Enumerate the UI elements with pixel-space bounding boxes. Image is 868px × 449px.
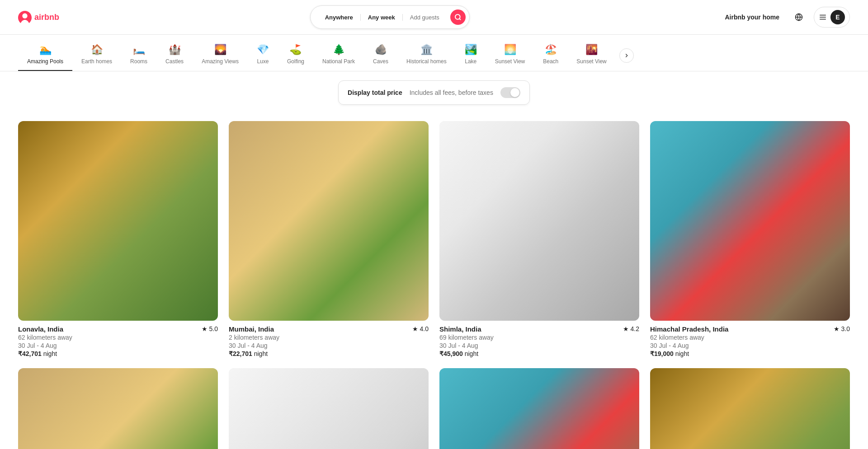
price-label: Display total price xyxy=(348,89,402,96)
listing-image-5 xyxy=(18,368,218,449)
language-button[interactable] xyxy=(791,9,807,25)
search-button[interactable] xyxy=(450,9,466,25)
category-item-earth-homes[interactable]: 🏠 Earth homes xyxy=(72,40,121,71)
listing-location-2: Mumbai, India xyxy=(229,325,279,333)
category-icon-caves: 🪨 xyxy=(375,44,387,56)
category-item-amazing-pools[interactable]: 🏊 Amazing Pools xyxy=(18,40,72,71)
listing-image-3 xyxy=(439,121,639,321)
category-label-beach: Beach xyxy=(543,58,558,65)
listing-card-3[interactable]: Shimla, India 69 kilometers away 30 Jul … xyxy=(439,121,639,357)
category-label-castles: Castles xyxy=(165,58,184,65)
category-nav: 🏊 Amazing Pools 🏠 Earth homes 🛏️ Rooms 🏰… xyxy=(0,35,868,71)
rating-value-3: 4.2 xyxy=(631,325,639,332)
category-icon-historical-homes: 🏛️ xyxy=(420,44,433,56)
listing-info-3: Shimla, India 69 kilometers away 30 Jul … xyxy=(439,325,639,357)
category-icon-sunset-view2: 🌇 xyxy=(585,44,598,56)
listing-card-6[interactable]: Shimla, India 69 kilometers away 30 Jul … xyxy=(229,368,429,449)
category-item-amazing-views[interactable]: 🌄 Amazing Views xyxy=(193,40,248,71)
category-item-beach[interactable]: 🏖️ Beach xyxy=(534,40,567,71)
price-banner: Display total price Includes all fees, b… xyxy=(0,71,868,114)
category-label-golfing: Golfing xyxy=(287,58,304,65)
listing-distance-2: 2 kilometers away xyxy=(229,334,279,341)
category-item-golfing[interactable]: ⛳ Golfing xyxy=(278,40,313,71)
listing-location-3: Shimla, India xyxy=(439,325,494,333)
listing-location-1: Lonavla, India xyxy=(18,325,72,333)
user-menu[interactable]: E xyxy=(814,7,850,28)
location-segment[interactable]: Anywhere xyxy=(318,14,361,21)
category-icon-lake: 🏞️ xyxy=(465,44,477,56)
category-item-historical-homes[interactable]: 🏛️ Historical homes xyxy=(397,40,456,71)
category-label-caves: Caves xyxy=(373,58,388,65)
listing-card-4[interactable]: Himachal Pradesh, India 62 kilometers aw… xyxy=(650,121,850,357)
star-icon-3: ★ xyxy=(623,325,629,332)
category-item-sunset-view2[interactable]: 🌇 Sunset View xyxy=(567,40,616,71)
category-label-amazing-views: Amazing Views xyxy=(202,58,239,65)
category-scroll-button[interactable] xyxy=(619,48,634,63)
listing-image-2 xyxy=(229,121,429,321)
listing-card-5[interactable]: Mumbai, India 2 kilometers away 30 Jul -… xyxy=(18,368,218,449)
listing-card-2[interactable]: Mumbai, India 2 kilometers away 30 Jul -… xyxy=(229,121,429,357)
listing-info-1: Lonavla, India 62 kilometers away 30 Jul… xyxy=(18,325,218,357)
rating-value-4: 3.0 xyxy=(841,325,850,332)
listing-rating-1: ★ 5.0 xyxy=(202,325,218,332)
listing-image-1 xyxy=(18,121,218,321)
listing-rating-4: ★ 3.0 xyxy=(834,325,850,332)
listing-dates-4: 30 Jul - 4 Aug xyxy=(650,342,728,349)
listing-card-1[interactable]: Lonavla, India 62 kilometers away 30 Jul… xyxy=(18,121,218,357)
week-segment[interactable]: Any week xyxy=(361,14,403,21)
airbnb-your-home-link[interactable]: Airbnb your home xyxy=(720,9,784,25)
category-icon-earth-homes: 🏠 xyxy=(91,44,103,56)
price-sublabel: Includes all fees, before taxes xyxy=(410,89,493,96)
category-icon-amazing-views: 🌄 xyxy=(214,44,226,56)
category-icon-rooms: 🛏️ xyxy=(133,44,145,56)
rating-value-1: 5.0 xyxy=(209,325,218,332)
category-label-national-park: National Park xyxy=(322,58,355,65)
category-label-earth-homes: Earth homes xyxy=(81,58,112,65)
listing-image-4 xyxy=(650,121,850,321)
listing-dates-3: 30 Jul - 4 Aug xyxy=(439,342,494,349)
category-icon-castles: 🏰 xyxy=(169,44,181,56)
listing-info-2: Mumbai, India 2 kilometers away 30 Jul -… xyxy=(229,325,429,357)
category-item-caves[interactable]: 🪨 Caves xyxy=(364,40,397,71)
listing-price-4: ₹19,000 night xyxy=(650,350,728,357)
listing-card-7[interactable]: Himachal Pradesh, India 62 kilometers aw… xyxy=(439,368,639,449)
listing-dates-1: 30 Jul - 4 Aug xyxy=(18,342,72,349)
category-icon-national-park: 🌲 xyxy=(333,44,345,56)
category-item-rooms[interactable]: 🛏️ Rooms xyxy=(121,40,156,71)
listing-image-6 xyxy=(229,368,429,449)
listing-distance-1: 62 kilometers away xyxy=(18,334,72,341)
search-bar: Anywhere Any week Add guests xyxy=(310,5,470,29)
listings-grid: Lonavla, India 62 kilometers away 30 Jul… xyxy=(0,114,868,449)
category-label-sunset-view: Sunset View xyxy=(495,58,525,65)
listing-price-2: ₹22,701 night xyxy=(229,350,279,357)
category-label-lake: Lake xyxy=(465,58,476,65)
category-item-lake[interactable]: 🏞️ Lake xyxy=(456,40,486,71)
listing-location-4: Himachal Pradesh, India xyxy=(650,325,728,333)
listing-card-8[interactable]: Lonavla, India 62 kilometers away 30 Jul… xyxy=(650,368,850,449)
listing-rating-2: ★ 4.0 xyxy=(412,325,429,332)
listing-image-7 xyxy=(439,368,639,449)
guests-segment[interactable]: Add guests xyxy=(403,14,447,21)
listing-dates-2: 30 Jul - 4 Aug xyxy=(229,342,279,349)
category-item-national-park[interactable]: 🌲 National Park xyxy=(313,40,364,71)
category-item-sunset-view[interactable]: 🌅 Sunset View xyxy=(486,40,534,71)
star-icon-1: ★ xyxy=(202,325,208,332)
category-icon-golfing: ⛳ xyxy=(289,44,302,56)
category-label-sunset-view2: Sunset View xyxy=(576,58,607,65)
listing-price-3: ₹45,900 night xyxy=(439,350,494,357)
listing-info-4: Himachal Pradesh, India 62 kilometers aw… xyxy=(650,325,850,357)
svg-point-0 xyxy=(455,14,460,19)
category-item-castles[interactable]: 🏰 Castles xyxy=(156,40,193,71)
category-label-rooms: Rooms xyxy=(130,58,147,65)
category-icon-amazing-pools: 🏊 xyxy=(39,44,52,56)
listing-distance-3: 69 kilometers away xyxy=(439,334,494,341)
airbnb-logo[interactable]: airbnb xyxy=(18,10,59,24)
listing-rating-3: ★ 4.2 xyxy=(623,325,639,332)
category-item-luxe[interactable]: 💎 Luxe xyxy=(248,40,278,71)
price-toggle[interactable] xyxy=(500,87,520,98)
star-icon-4: ★ xyxy=(834,325,840,332)
category-icon-sunset-view: 🌅 xyxy=(504,44,516,56)
category-icon-luxe: 💎 xyxy=(257,44,269,56)
category-label-historical-homes: Historical homes xyxy=(406,58,447,65)
star-icon-2: ★ xyxy=(412,325,418,332)
